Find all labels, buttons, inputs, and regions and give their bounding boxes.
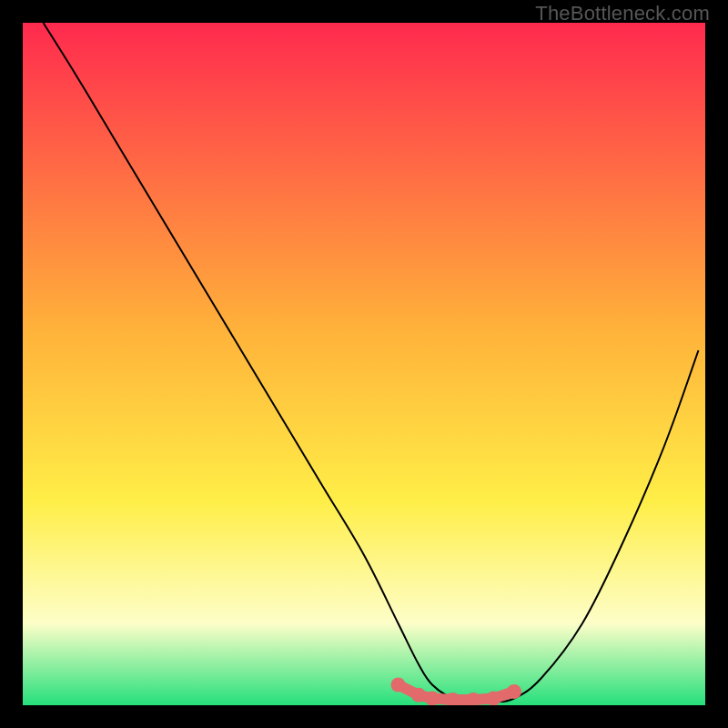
chart-svg (23, 23, 705, 705)
chart-frame: TheBottleneck.com (0, 0, 728, 728)
plot-area (23, 23, 705, 705)
sweet-spot-marker (487, 692, 501, 706)
sweet-spot-marker (425, 692, 440, 706)
sweet-spot-marker (411, 688, 426, 703)
sweet-spot-marker (507, 684, 521, 699)
gradient-background (23, 23, 705, 705)
sweet-spot-marker (391, 678, 406, 693)
